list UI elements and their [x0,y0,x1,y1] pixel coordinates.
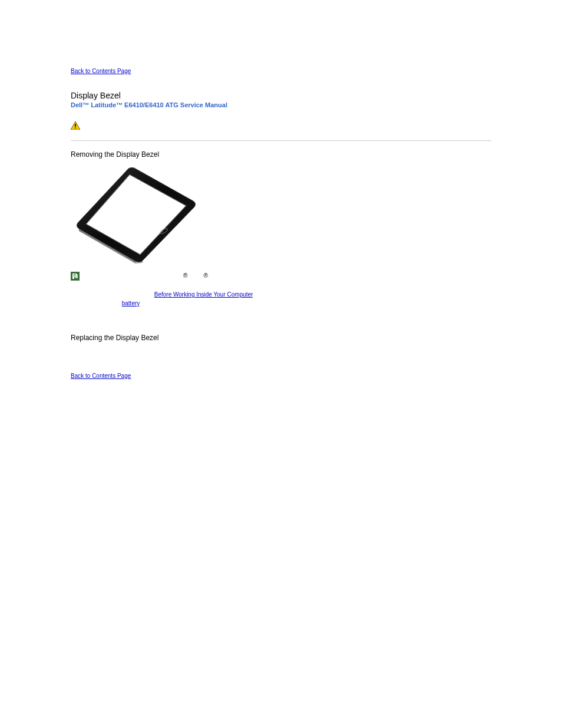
remove-steps-list: Follow the procedures in Before Working … [71,290,491,325]
step-text: . [140,300,141,307]
note-text: NOTE: You may need to install Adobe® Fla… [84,272,372,279]
note-body-1: You may need to install Adobe [104,272,183,279]
warning-body: Before working inside your computer, rea… [85,122,464,136]
warning-text: WARNING: Before working inside your comp… [85,121,491,137]
note-icon [71,272,80,282]
before-working-link[interactable]: Before Working Inside Your Computer [154,291,253,298]
svg-rect-2 [75,127,76,129]
replace-heading: Replacing the Display Bezel [71,334,491,342]
warning-callout: WARNING: Before working inside your comp… [71,119,491,141]
step-text: Remove the [88,300,122,307]
list-item: Remove the battery. [88,299,491,308]
note-label: NOTE: [84,272,103,279]
step-text: Work around and remove the display bezel… [88,318,271,324]
registered-mark-2: ® [204,272,208,279]
manual-subtitle: Dell™ Latitude™ E6410/E6410 ATG Service … [71,101,491,108]
warning-label: WARNING: [85,122,115,129]
back-to-contents-link[interactable]: Back to Contents Page [71,68,491,74]
step-text: Follow the procedures in [88,291,154,298]
step-text: . [253,291,254,298]
bezel-illustration [71,164,491,266]
remove-heading: Removing the Display Bezel [71,150,491,159]
svg-rect-1 [75,124,76,127]
list-item: Gently pry the display bezel out of the … [88,308,491,317]
list-item: Work around and remove the display bezel… [88,317,491,325]
note-body-3: Player from Adobe.com in order to view t… [210,272,372,279]
note-callout: NOTE: You may need to install Adobe® Fla… [71,272,491,282]
registered-mark-1: ® [183,272,187,279]
battery-link[interactable]: battery [122,300,140,307]
back-to-contents-link-bottom[interactable]: Back to Contents Page [71,373,131,379]
replace-body: To replace the display bezel, perform th… [71,348,491,354]
list-item: Follow the procedures in Before Working … [88,290,491,299]
step-text: Gently pry the display bezel out of the … [88,309,299,315]
note-body-2: Flash [189,272,203,279]
page-title: Display Bezel [71,91,491,100]
warning-icon [71,121,80,131]
